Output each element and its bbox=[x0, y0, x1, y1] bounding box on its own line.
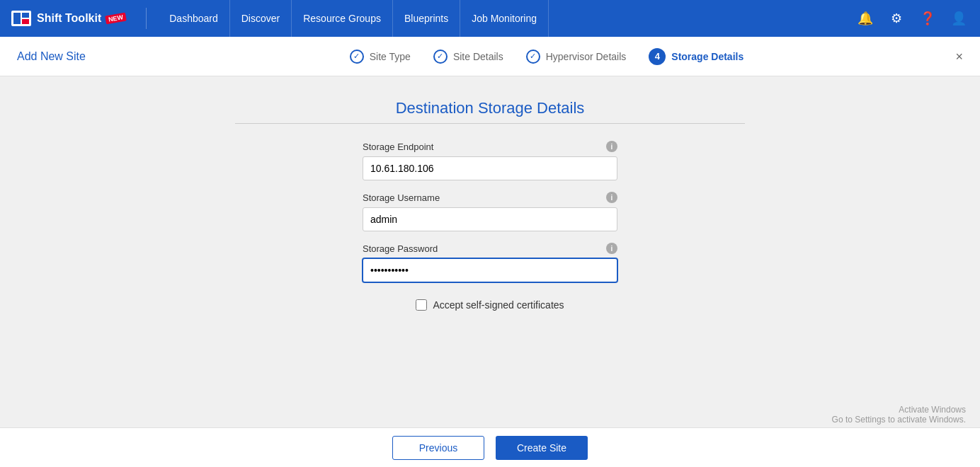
storage-password-label-row: Storage Password i bbox=[363, 243, 617, 254]
storage-password-label: Storage Password bbox=[363, 243, 438, 254]
storage-username-group: Storage Username i bbox=[363, 192, 617, 231]
top-navigation: Shift Toolkit NEW Dashboard Discover Res… bbox=[0, 0, 980, 37]
step4-label: Storage Details bbox=[671, 51, 743, 62]
logo-area: Shift Toolkit NEW bbox=[11, 11, 126, 26]
main-content: Destination Storage Details Storage Endp… bbox=[0, 76, 980, 427]
self-signed-cert-row: Accept self-signed certificates bbox=[363, 299, 617, 311]
storage-username-input[interactable] bbox=[363, 207, 617, 231]
storage-username-info-icon[interactable]: i bbox=[606, 192, 617, 203]
previous-button[interactable]: Previous bbox=[392, 436, 484, 460]
step-site-type: ✓ Site Type bbox=[350, 50, 411, 64]
self-signed-cert-label[interactable]: Accept self-signed certificates bbox=[433, 299, 564, 311]
storage-endpoint-group: Storage Endpoint i bbox=[363, 141, 617, 180]
nav-blueprints[interactable]: Blueprints bbox=[393, 0, 460, 37]
storage-username-label-row: Storage Username i bbox=[363, 192, 617, 203]
step3-check-icon: ✓ bbox=[526, 50, 540, 64]
step-hypervisor-details: ✓ Hypervisor Details bbox=[526, 50, 627, 64]
nav-resource-groups[interactable]: Resource Groups bbox=[292, 0, 393, 37]
nav-divider bbox=[146, 8, 147, 29]
storage-password-group: Storage Password i bbox=[363, 243, 617, 282]
step2-check-icon: ✓ bbox=[433, 50, 448, 64]
main-nav: Dashboard Discover Resource Groups Bluep… bbox=[158, 0, 855, 37]
step2-label: Site Details bbox=[453, 51, 503, 62]
storage-endpoint-info-icon[interactable]: i bbox=[606, 141, 617, 152]
step1-label: Site Type bbox=[370, 51, 411, 62]
close-button[interactable]: × bbox=[955, 50, 963, 63]
svg-rect-2 bbox=[22, 13, 29, 18]
svg-rect-1 bbox=[13, 13, 21, 24]
wizard-steps: ✓ Site Type ✓ Site Details ✓ Hypervisor … bbox=[130, 48, 963, 65]
nav-job-monitoring[interactable]: Job Monitoring bbox=[460, 0, 549, 37]
title-divider bbox=[235, 123, 745, 124]
brand-name: Shift Toolkit bbox=[37, 12, 101, 25]
storage-details-form: Storage Endpoint i Storage Username i St… bbox=[363, 141, 617, 311]
storage-password-input[interactable] bbox=[363, 258, 617, 282]
storage-endpoint-label-row: Storage Endpoint i bbox=[363, 141, 617, 152]
storage-username-label: Storage Username bbox=[363, 192, 440, 203]
wizard-header: Add New Site ✓ Site Type ✓ Site Details … bbox=[0, 37, 980, 76]
storage-endpoint-label: Storage Endpoint bbox=[363, 142, 433, 152]
step3-label: Hypervisor Details bbox=[546, 51, 627, 62]
step-site-details: ✓ Site Details bbox=[433, 50, 503, 64]
step1-check-icon: ✓ bbox=[350, 50, 364, 64]
step-storage-details: 4 Storage Details bbox=[649, 48, 743, 65]
netapp-logo-icon bbox=[11, 11, 31, 26]
wizard-title: Add New Site bbox=[17, 50, 130, 63]
nav-discover[interactable]: Discover bbox=[230, 0, 292, 37]
help-icon[interactable]: ❓ bbox=[918, 8, 938, 28]
brand-badge: NEW bbox=[105, 13, 127, 25]
notifications-icon[interactable]: 🔔 bbox=[855, 8, 875, 28]
topnav-actions: 🔔 ⚙ ❓ 👤 bbox=[855, 8, 969, 28]
create-site-button[interactable]: Create Site bbox=[496, 436, 588, 460]
svg-rect-3 bbox=[22, 19, 29, 24]
user-icon[interactable]: 👤 bbox=[949, 8, 969, 28]
step4-number: 4 bbox=[649, 48, 666, 65]
storage-endpoint-input[interactable] bbox=[363, 156, 617, 180]
settings-icon[interactable]: ⚙ bbox=[887, 8, 906, 28]
wizard-footer: Previous Create Site bbox=[0, 427, 980, 467]
nav-dashboard[interactable]: Dashboard bbox=[158, 0, 230, 37]
self-signed-cert-checkbox[interactable] bbox=[416, 299, 427, 311]
brand-area: Shift Toolkit NEW bbox=[37, 12, 126, 25]
page-title: Destination Storage Details bbox=[396, 99, 585, 117]
storage-password-info-icon[interactable]: i bbox=[606, 243, 617, 254]
